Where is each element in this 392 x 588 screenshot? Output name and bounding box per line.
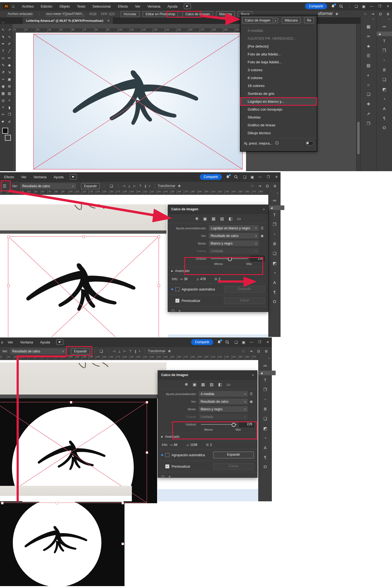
trace-preset-option[interactable]: AJUSTES PR. HEREDADO... [241, 35, 317, 42]
collapse-dock-icon[interactable]: « [268, 357, 270, 360]
align-bottom-icon[interactable]: ⊦ [149, 184, 151, 188]
align-top-icon[interactable]: ⊤ [139, 184, 142, 188]
fill-stroke-controls[interactable] [2, 128, 10, 137]
image-trace-panel-icon[interactable]: ◕ [269, 205, 284, 210]
symbol-sprayer-tool-icon[interactable]: ⍟ [1, 105, 6, 110]
preset-black-white-icon[interactable]: ◧ [218, 382, 222, 387]
disclosure-triangle-icon[interactable]: ▶ [161, 435, 163, 438]
threshold-value[interactable]: 229 [239, 421, 254, 427]
shaper-tool-icon[interactable]: ✎ [1, 62, 6, 67]
blend-tool-icon[interactable]: ◎ [1, 98, 6, 103]
document-tab[interactable]: Lettering Ainara.ai* @ 66,67 % (CMYK/Pre… [23, 17, 113, 24]
menu-item[interactable]: Ayuda [50, 175, 67, 179]
magic-wand-tool-icon[interactable]: ↯ [1, 34, 6, 39]
share-button[interactable]: Compartir [191, 339, 213, 345]
appearance-panel-icon[interactable]: ☼ [361, 80, 376, 89]
align-right-icon[interactable]: ⊢ [123, 349, 126, 353]
notifications-bell-icon[interactable] [217, 340, 221, 344]
preview-checkbox[interactable]: ✓ [165, 464, 169, 468]
column-graph-tool-icon[interactable]: ▮ [7, 105, 12, 110]
transparency-panel-icon[interactable]: ◐ [361, 70, 376, 80]
preset-low-color-icon[interactable]: ▦ [201, 382, 205, 387]
menu-item[interactable]: Objeto [56, 4, 73, 8]
menu-item[interactable]: Archivo [18, 4, 37, 8]
selection-handle[interactable] [158, 284, 160, 287]
gradient-panel-icon[interactable]: ▨ [361, 61, 376, 70]
advanced-label[interactable]: Avanzado [175, 269, 189, 273]
autogroup-checkbox[interactable]: ✓ [175, 287, 179, 291]
pathfinder-panel-icon[interactable]: ❏ [377, 75, 392, 85]
bounding-box-icon[interactable]: ❖ [178, 184, 181, 188]
vertical-scrollbar[interactable] [356, 24, 360, 171]
menu-item[interactable]: Efecto [1, 175, 18, 179]
slice-tool-icon[interactable]: ✂ [1, 112, 6, 117]
preset-menu-icon[interactable]: ☰ [248, 392, 254, 396]
character-styles-panel-icon[interactable]: T [269, 210, 281, 220]
collapse-panel-icon[interactable]: » [252, 373, 254, 377]
eraser-tool-icon[interactable]: ◆ [7, 62, 12, 67]
selection-handle[interactable] [70, 401, 72, 404]
selection-handle[interactable] [1, 502, 4, 504]
menu-item[interactable]: Efecto [114, 4, 132, 8]
preview-checkbox[interactable]: ✓ [175, 299, 179, 303]
threshold-value[interactable]: 128 [250, 256, 265, 261]
character-panel-icon[interactable]: A [259, 443, 272, 452]
feedback-icon[interactable]: ❝ [179, 309, 181, 314]
rotate-view-icon[interactable]: Ω [379, 12, 382, 16]
transform-link[interactable]: Transformar [148, 349, 165, 354]
trace-preset-option[interactable]: 6 colores [241, 74, 317, 82]
trace-preset-option[interactable]: Gráfico de líneas [241, 121, 317, 129]
trace-preset-option[interactable]: 16 colores [241, 82, 317, 90]
color-panel-icon[interactable]: ◩ [269, 258, 281, 268]
swatches-panel-icon[interactable]: ▦ [361, 22, 376, 32]
width-tool-icon[interactable]: ∾ [1, 77, 6, 82]
search-icon[interactable] [339, 4, 343, 8]
workspace-switcher-icon[interactable]: ❏ [234, 340, 238, 344]
collapse-dock-icon[interactable]: « [277, 192, 278, 195]
shape-builder-tool-icon[interactable]: ◉ [1, 84, 6, 89]
properties-panel-icon[interactable]: ≔ [259, 361, 272, 371]
preset-high-color-icon[interactable]: ▣ [203, 216, 207, 221]
scrollbar-thumb[interactable] [357, 122, 360, 154]
pathfinder-panel-icon[interactable]: ❏ [259, 414, 272, 424]
trace-preset-option[interactable]: Gráfico con bosquejo [241, 105, 317, 113]
libraries-panel-icon[interactable]: ❒ [259, 385, 272, 395]
preset-black-white-icon[interactable]: ◧ [229, 216, 232, 221]
trace-preset-option[interactable]: Siluetas [241, 113, 317, 121]
search-icon[interactable] [225, 340, 229, 344]
character-panel-icon[interactable]: A [269, 278, 281, 287]
improve-presets-toggle[interactable] [306, 141, 313, 145]
color-panel-icon[interactable]: ◩ [377, 85, 392, 94]
stroke-panel-icon[interactable]: ☰ [361, 51, 376, 61]
align-left-icon[interactable]: ⊣ [112, 349, 115, 353]
edit-in-photoshop-button[interactable]: Editar en Photoshop [143, 11, 178, 17]
paragraph-panel-icon[interactable]: ¶ [259, 452, 272, 462]
menu-item[interactable]: Seleccionar [89, 4, 114, 8]
hand-tool-badge-icon[interactable]: ☛ [184, 4, 191, 9]
disclosure-triangle-icon[interactable]: ▶ [171, 270, 173, 272]
hand-tool-badge-icon[interactable]: ☛ [56, 339, 63, 345]
align-right-icon[interactable]: ⊢ [133, 184, 136, 188]
search-icon[interactable] [234, 175, 238, 179]
artboard-tool-icon[interactable]: ❐ [7, 112, 12, 117]
selection-handle[interactable] [56, 502, 58, 504]
align-bottom-icon[interactable]: ⊦ [139, 349, 141, 353]
minimize-button[interactable]: — [368, 4, 376, 8]
grid-icon[interactable]: ∷ [251, 184, 253, 188]
free-transform-tool-icon[interactable]: ▣ [7, 77, 12, 82]
list-view-icon[interactable]: ≣ [273, 184, 276, 188]
opentype-panel-icon[interactable]: O [259, 462, 272, 471]
rectangle-tool-icon[interactable]: ▭ [1, 55, 6, 60]
image-trace-dropdown-button[interactable]: Calco de imagen [242, 17, 273, 23]
traced-bird-artwork[interactable] [0, 234, 166, 337]
view-select[interactable]: Resultado de calco∨ [209, 233, 259, 239]
selection-handle[interactable] [7, 236, 10, 238]
document-layout-icon[interactable]: ▣ [242, 340, 245, 344]
character-styles-panel-icon[interactable]: T [259, 375, 272, 385]
trace-preset-option[interactable]: A medida [241, 27, 317, 35]
embed-button[interactable]: Incrustar [121, 11, 139, 17]
graphic-styles-panel-icon[interactable]: ❏ [361, 89, 376, 99]
preset-low-color-icon[interactable]: ▦ [212, 216, 216, 221]
menu-item[interactable]: Ventana [144, 4, 164, 8]
preset-auto-color-icon[interactable]: ❋ [195, 216, 199, 221]
